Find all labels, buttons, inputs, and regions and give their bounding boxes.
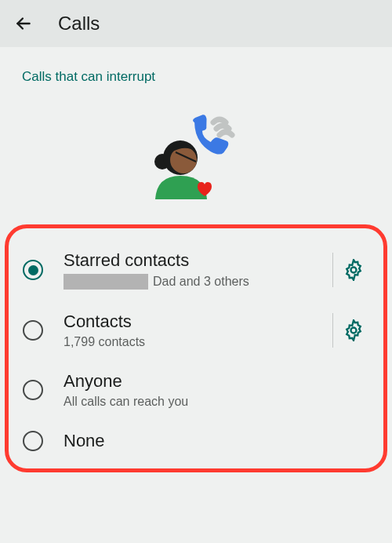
option-description: 1,799 contacts [64,335,323,349]
divider [332,313,333,348]
options-highlight-box: Starred contacts Dad and 3 others Contac… [5,224,387,472]
gear-icon [343,319,365,341]
settings-starred-button[interactable] [343,259,365,281]
option-title: Anyone [64,371,369,392]
radio-none[interactable] [23,431,43,451]
arrow-back-icon [13,13,34,34]
divider [332,253,333,287]
radio-anyone[interactable] [23,380,43,400]
option-title: Contacts [64,312,323,332]
svg-point-0 [351,268,357,273]
option-anyone[interactable]: Anyone All calls can reach you [15,360,377,420]
redacted-text [64,274,148,290]
settings-contacts-button[interactable] [343,319,365,341]
section-subtitle: Calls that can interrupt [0,47,392,91]
option-contacts[interactable]: Contacts 1,799 contacts [15,301,377,360]
gear-icon [343,259,365,281]
svg-point-1 [351,328,357,333]
sound-waves-icon [213,119,232,135]
header-bar: Calls [0,0,392,47]
option-none[interactable]: None [15,420,377,462]
option-title: None [64,431,369,451]
back-button[interactable] [11,11,36,36]
radio-starred[interactable] [23,260,43,280]
option-description: Dad and 3 others [64,274,323,290]
page-title: Calls [58,13,100,35]
radio-contacts[interactable] [23,320,43,341]
option-starred-contacts[interactable]: Starred contacts Dad and 3 others [15,239,377,301]
option-description: All calls can reach you [64,395,369,409]
illustration [0,91,392,224]
option-title: Starred contacts [64,250,323,271]
